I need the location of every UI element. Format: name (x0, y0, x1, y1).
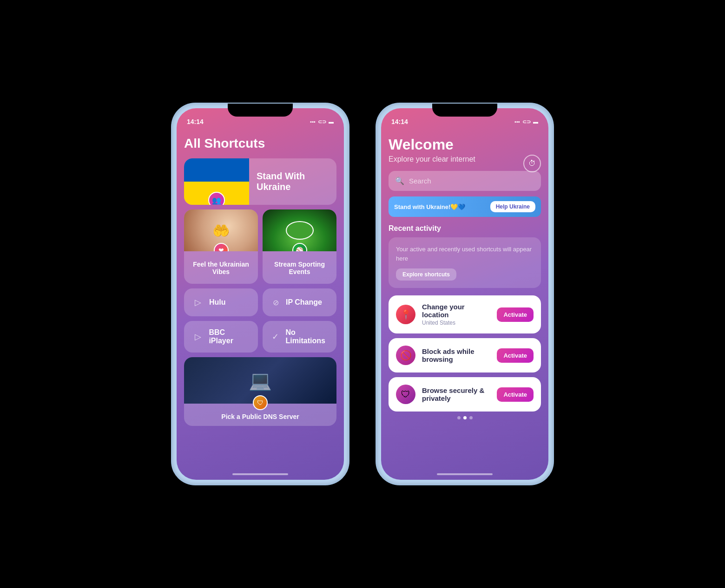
location-sub: United States (422, 320, 490, 326)
ads-icon: 🚫 (396, 346, 415, 365)
location-icon: 📍 (396, 305, 415, 324)
dot-2 (463, 416, 467, 419)
signal-icon-left: ▪▪▪ (310, 119, 316, 124)
left-phone: 14:14 ▪▪▪ ⊂⊃ ▬ All Shortcuts 👥 Stand Wit… (172, 104, 349, 484)
speed-icon-button[interactable]: ⏱ (523, 155, 541, 172)
notch-right (432, 104, 497, 117)
vibes-stream-row: 🤲 ❤ Feel the Ukrainian Vibes ⚾ Stream S (184, 209, 336, 284)
ukraine-banner[interactable]: Stand with Ukraine!💛💙 Help Ukraine (389, 196, 541, 217)
play-icon-bbc: ▷ (191, 330, 204, 343)
hulu-card[interactable]: ▷ Hulu (184, 288, 258, 316)
vibes-card[interactable]: 🤲 ❤ Feel the Ukrainian Vibes (184, 209, 258, 284)
home-bar-left (232, 473, 288, 475)
hulu-label: Hulu (209, 298, 226, 307)
recent-empty-text: Your active and recently used shortcuts … (396, 245, 534, 263)
no-limitations-label: No Limitations (286, 328, 329, 345)
bbc-nolimit-row: ▷ BBC iPlayer ✓ No Limitations (184, 321, 336, 353)
recent-activity-title: Recent activity (389, 224, 541, 233)
welcome-title: Welcome (389, 136, 541, 153)
bbc-card[interactable]: ▷ BBC iPlayer (184, 321, 258, 353)
dot-3 (469, 416, 473, 419)
recent-activity-box: Your active and recently used shortcuts … (389, 237, 541, 288)
check-icon: ✓ (270, 330, 281, 343)
dot-1 (457, 416, 461, 419)
wifi-icon-right: ⊂⊃ (522, 119, 531, 125)
page-title-left: All Shortcuts (184, 136, 336, 151)
bbc-label: BBC iPlayer (209, 328, 250, 345)
stream-label: Stream Sporting Events (263, 251, 336, 281)
dns-card[interactable]: 💻 🛡 Pick a Public DNS Server (184, 357, 336, 426)
signal-icon-right: ▪▪▪ (514, 119, 520, 124)
stadium-field (286, 221, 314, 240)
flag-top (184, 158, 249, 182)
home-bar-right (437, 473, 493, 475)
stream-card[interactable]: ⚾ Stream Sporting Events (263, 209, 336, 284)
time-left: 14:14 (187, 118, 204, 125)
ads-activate-button[interactable]: Activate (497, 348, 534, 363)
vibes-label: Feel the Ukrainian Vibes (184, 251, 258, 281)
status-icons-right: ▪▪▪ ⊂⊃ ▬ (514, 119, 538, 125)
dns-image: 💻 🛡 (184, 357, 336, 404)
page-dots (389, 416, 541, 419)
battery-icon-left: ▬ (329, 119, 334, 124)
home-indicator-right (381, 469, 548, 480)
search-placeholder: Search (409, 177, 431, 185)
ukraine-label: Stand With Ukraine (249, 171, 336, 192)
speed-icon: ⏱ (528, 159, 536, 168)
browse-secure-card[interactable]: 🛡 Browse securely & privately Activate (389, 377, 541, 412)
ip-icon: ⊘ (270, 297, 281, 308)
secure-activate-button[interactable]: Activate (497, 387, 534, 402)
play-icon-hulu: ▷ (191, 296, 204, 309)
help-ukraine-button[interactable]: Help Ukraine (490, 201, 535, 212)
explore-shortcuts-button[interactable]: Explore shortcuts (396, 268, 456, 281)
location-info: Change your location United States (422, 303, 490, 326)
stream-image: ⚾ (263, 209, 336, 251)
banner-text: Stand with Ukraine!💛💙 (394, 203, 465, 210)
ip-change-card[interactable]: ⊘ IP Change (263, 288, 336, 316)
ip-change-label: IP Change (286, 298, 322, 307)
home-indicator-left (177, 469, 344, 480)
right-phone: 14:14 ▪▪▪ ⊂⊃ ▬ ⏱ Welcome Explore your cl… (376, 104, 553, 484)
location-name: Change your location (422, 303, 490, 319)
time-right: 14:14 (391, 118, 408, 125)
ads-name: Block ads while browsing (422, 347, 490, 363)
change-location-card[interactable]: 📍 Change your location United States Act… (389, 295, 541, 333)
dns-shield-icon: 🛡 (253, 395, 268, 410)
location-activate-button[interactable]: Activate (497, 307, 534, 322)
wifi-icon-left: ⊂⊃ (318, 119, 326, 125)
secure-name: Browse securely & privately (422, 386, 490, 402)
ukraine-people-icon: 👥 (208, 192, 225, 205)
ukraine-shortcut-card[interactable]: 👥 Stand With Ukraine (184, 158, 336, 205)
notch-left (228, 104, 293, 117)
ukraine-flag-image: 👥 (184, 158, 249, 205)
secure-icon: 🛡 (396, 385, 415, 404)
hulu-ip-row: ▷ Hulu ⊘ IP Change (184, 288, 336, 316)
shortcuts-grid: 👥 Stand With Ukraine 🤲 ❤ Feel the Ukrain… (184, 158, 336, 426)
no-limitations-card[interactable]: ✓ No Limitations (263, 321, 336, 353)
block-ads-card[interactable]: 🚫 Block ads while browsing Activate (389, 338, 541, 372)
secure-info: Browse securely & privately (422, 386, 490, 402)
ads-info: Block ads while browsing (422, 347, 490, 363)
welcome-subtitle: Explore your clear internet (389, 155, 541, 163)
status-icons-left: ▪▪▪ ⊂⊃ ▬ (310, 119, 334, 125)
vibes-image: 🤲 ❤ (184, 209, 258, 251)
search-icon: 🔍 (395, 176, 404, 185)
battery-icon-right: ▬ (533, 119, 538, 124)
search-bar[interactable]: 🔍 Search (389, 171, 541, 191)
